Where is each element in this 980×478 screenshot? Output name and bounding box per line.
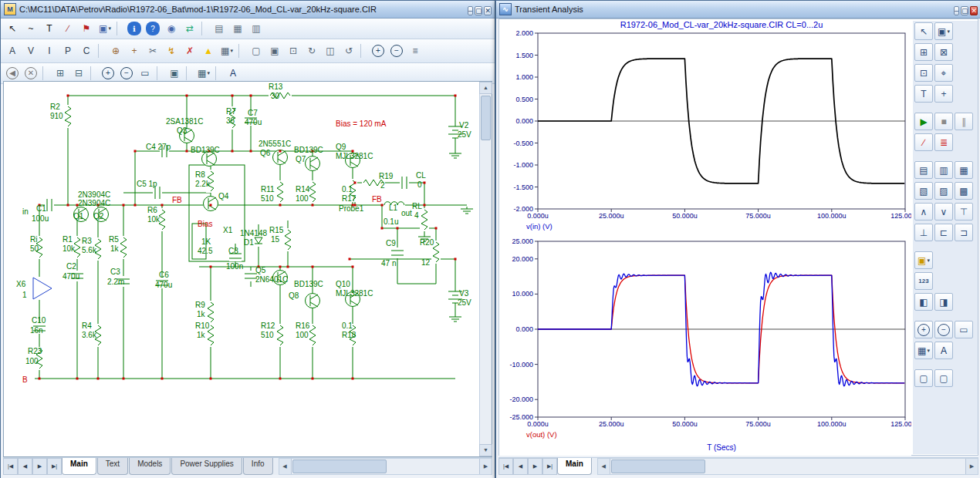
probe-mode-icon[interactable]: ⌖: [934, 64, 953, 82]
scroll-left-icon[interactable]: ◀: [598, 459, 610, 474]
mirror-icon[interactable]: ◫: [322, 42, 339, 59]
low-icon[interactable]: ⊥: [914, 224, 933, 241]
border-display-icon[interactable]: ▥: [248, 20, 265, 37]
scroll-right-icon[interactable]: ▶: [965, 459, 978, 474]
node-voltages-icon[interactable]: V: [22, 42, 39, 59]
zoom-out-icon[interactable]: −: [118, 65, 135, 82]
link-icon[interactable]: ⇄: [181, 20, 198, 37]
zoom-area-icon[interactable]: ▭: [137, 65, 154, 82]
first-tab-button[interactable]: |◀: [498, 458, 513, 475]
tab-power-supplies[interactable]: Power Supplies: [171, 458, 242, 475]
text-mode-icon[interactable]: T: [914, 85, 933, 103]
grid-menu-icon[interactable]: ▦▾: [195, 65, 212, 82]
pause-icon[interactable]: ∥: [955, 113, 973, 130]
scroll-right-icon[interactable]: ▶: [479, 459, 492, 474]
cursor-window-icon[interactable]: ⊠: [934, 43, 953, 61]
last-tab-button[interactable]: ▶|: [542, 458, 557, 475]
zoom-100-icon[interactable]: ▭: [955, 321, 973, 338]
copy-page-icon[interactable]: ▢: [914, 369, 933, 387]
tab-main[interactable]: Main: [557, 458, 592, 475]
power-icon[interactable]: P: [59, 42, 76, 59]
help-mode-icon[interactable]: ?: [146, 22, 160, 35]
peak-icon[interactable]: ∧: [914, 203, 933, 220]
transient-plot-vout[interactable]: 25.00020.00010.0000.000-10.000-20.000-25…: [499, 234, 911, 456]
baseline-icon[interactable]: ▨: [934, 182, 953, 200]
refresh-icon[interactable]: ↻: [303, 42, 320, 59]
run-icon[interactable]: ▶: [914, 113, 933, 130]
scroll-up-icon[interactable]: ▲: [479, 82, 492, 94]
close-wave-icon[interactable]: ✕: [22, 65, 39, 82]
align-cursor-left-icon[interactable]: ◧: [914, 293, 933, 311]
high-icon[interactable]: ⊤: [955, 203, 973, 220]
camera-icon[interactable]: ▣: [166, 65, 183, 82]
analysis-titlebar[interactable]: ∿ Transient Analysis –▢✕: [496, 1, 980, 19]
tag-mode-icon[interactable]: +: [934, 85, 953, 103]
node-numbers-icon[interactable]: A: [4, 42, 21, 59]
copy-all-icon[interactable]: ▢: [934, 369, 953, 387]
valley-icon[interactable]: ∨: [934, 203, 953, 220]
scroll-down-icon[interactable]: ▼: [479, 444, 492, 456]
first-tab-button[interactable]: |◀: [3, 458, 18, 475]
spreadsheet-icon[interactable]: ▦: [229, 20, 246, 37]
grid-icon[interactable]: ▦▾: [218, 42, 235, 59]
zoom-window-icon[interactable]: ⊞: [914, 43, 933, 61]
attribute-text-icon[interactable]: ▤: [211, 20, 228, 37]
back-nav-icon[interactable]: ◀: [4, 65, 21, 82]
hscroll-thumb[interactable]: [611, 459, 705, 473]
hscroll-thumb[interactable]: [292, 459, 387, 473]
rotate-icon[interactable]: ↺: [340, 42, 357, 59]
zoom-in-icon[interactable]: +: [100, 65, 117, 82]
plus-marks-icon[interactable]: ▧: [914, 182, 933, 200]
horizontal-axis-icon[interactable]: ▩: [955, 182, 973, 200]
prev-tab-button[interactable]: ◀: [513, 458, 528, 475]
stop-icon[interactable]: ■: [934, 113, 953, 130]
flag-tool-icon[interactable]: ⚑: [78, 20, 95, 37]
point-tag-icon[interactable]: ◉: [163, 20, 180, 37]
slope-tool-icon[interactable]: ∕: [914, 133, 933, 151]
cut-icon[interactable]: ✂: [144, 42, 161, 59]
minimize-button[interactable]: –: [468, 6, 473, 15]
pages-icon[interactable]: ▣▾: [914, 251, 933, 269]
find-part-icon[interactable]: ▣▾: [96, 20, 113, 37]
grid-menu-icon[interactable]: ▦▾: [914, 342, 933, 359]
numeric-output-icon[interactable]: 123: [914, 272, 933, 290]
schematic-titlebar[interactable]: M C:\MC11\DATA\Petrov\Radio\R1972-06_Bat…: [1, 1, 495, 19]
analysis-hscrollbar[interactable]: ◀ ▶: [597, 458, 978, 475]
maximize-button[interactable]: ▢: [961, 6, 969, 15]
info-mode-icon[interactable]: ℹ: [127, 22, 141, 35]
schematic-hscrollbar[interactable]: ◀ ▶: [279, 458, 492, 475]
transient-plot-vin[interactable]: R1972-06_Mod_CL-var_20kHz-square.CIR CL=…: [499, 19, 911, 234]
new-sheet-icon[interactable]: ▢: [248, 42, 265, 59]
tab-info[interactable]: Info: [243, 458, 273, 475]
paste-icon[interactable]: ⊟: [70, 65, 87, 82]
delete-icon[interactable]: ✗: [181, 42, 198, 59]
fuse-icon[interactable]: ↯: [163, 42, 180, 59]
conditions-icon[interactable]: C: [78, 42, 95, 59]
find-next-icon[interactable]: −: [388, 42, 405, 59]
tab-text[interactable]: Text: [97, 458, 128, 475]
pin-connections-icon[interactable]: ⊕: [107, 42, 124, 59]
text-mode-icon[interactable]: T: [41, 20, 58, 37]
tab-main[interactable]: Main: [62, 458, 96, 475]
copy-icon[interactable]: ⊞: [52, 65, 69, 82]
magnify-mode-icon[interactable]: ⊡: [914, 64, 933, 82]
font-icon[interactable]: A: [934, 342, 953, 359]
tokens-icon[interactable]: ▥: [934, 161, 953, 179]
schematic-canvas[interactable]: R29102SA1381CQ3R736C7470uR1330Bias = 120…: [4, 82, 478, 455]
warning-icon[interactable]: ▲: [200, 42, 217, 59]
select-arrow-icon[interactable]: ↖: [914, 22, 933, 40]
currents-icon[interactable]: I: [41, 42, 58, 59]
tab-models[interactable]: Models: [129, 458, 171, 475]
font-icon[interactable]: A: [225, 65, 242, 82]
align-cursor-right-icon[interactable]: ◨: [934, 293, 953, 311]
prev-tab-button[interactable]: ◀: [18, 458, 32, 475]
zoom-in-icon[interactable]: +: [914, 321, 933, 338]
go-left-icon[interactable]: ⊏: [934, 224, 953, 241]
minimize-button[interactable]: –: [954, 6, 959, 15]
next-tab-button[interactable]: ▶: [32, 458, 47, 475]
close-button[interactable]: ✕: [484, 6, 492, 15]
go-right-icon[interactable]: ⊐: [955, 224, 973, 241]
select-area-icon[interactable]: ⊡: [285, 42, 302, 59]
zoom-out-icon[interactable]: −: [934, 321, 953, 338]
data-points-icon[interactable]: ▤: [914, 161, 933, 179]
